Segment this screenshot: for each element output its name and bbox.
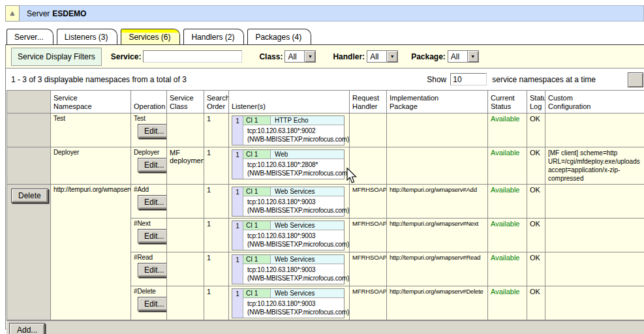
handler-dropdown-arrow-icon: ▼ xyxy=(386,51,397,62)
class-filter-select[interactable]: All ▼ xyxy=(284,50,316,63)
status-log-cell: OK xyxy=(527,252,545,286)
operation-cell: #NextEdit... xyxy=(131,219,167,252)
handler-filter-select[interactable]: All ▼ xyxy=(367,50,398,63)
service-class-cell xyxy=(167,185,204,219)
listener-endpoint: tcp:10.120.63.180*:9003 xyxy=(247,198,342,206)
edit-service-button[interactable]: Edit... xyxy=(138,124,167,138)
listener-box[interactable]: 1CI 1HTTP Echotcp:10.120.63.180*:9002(NW… xyxy=(232,115,345,145)
listener-box[interactable]: 1CI 1Webtcp:10.120.63.180*:2808*(NWB-MBI… xyxy=(232,149,345,179)
listener-address: tcp:10.120.63.180*:9003(NWB-MBISSETXP.mi… xyxy=(243,230,344,250)
operation-name: #Read xyxy=(134,254,164,261)
listener-conversation: CI 1 xyxy=(243,255,271,264)
listener-box[interactable]: 1CI 1Web Servicestcp:10.120.63.180*:9003… xyxy=(232,288,345,318)
listener-host: (NWB-MBISSETXP.microfocus.com) xyxy=(247,240,342,249)
operation-cell: DeployerEdit... xyxy=(131,147,167,185)
current-status-cell: Available xyxy=(488,147,527,185)
listener-name: Web Services xyxy=(271,289,344,297)
show-label: Show xyxy=(427,75,446,84)
show-count-input[interactable] xyxy=(450,73,487,85)
custom-configuration-cell xyxy=(545,185,644,219)
request-handler-cell: MFRHSOAP xyxy=(350,219,387,252)
tab-packages-label: Packages (4) xyxy=(255,33,301,42)
service-filter-label: Service: xyxy=(111,52,142,61)
col-header-service-namespace: Service Namespace xyxy=(51,91,131,114)
col-header-request-handler: Request Handler xyxy=(350,91,387,114)
search-order-cell: 1 xyxy=(204,252,229,286)
service-class-cell: MF deployment xyxy=(167,147,204,185)
server-title-prefix: Server xyxy=(27,9,50,18)
edit-service-button[interactable]: Edit... xyxy=(138,263,167,277)
row-action-cell xyxy=(7,114,51,147)
collapse-button[interactable]: ▲ xyxy=(5,5,20,22)
class-dropdown-arrow-icon: ▼ xyxy=(304,51,315,62)
tab-listeners-label: Listeners (3) xyxy=(65,33,108,42)
listener-box[interactable]: 1CI 1Web Servicestcp:10.120.63.180*:9003… xyxy=(232,187,345,217)
status-log-cell: OK xyxy=(527,286,545,320)
edit-service-button[interactable]: Edit... xyxy=(138,297,167,311)
listener-endpoint: tcp:10.120.63.180*:9003 xyxy=(247,232,342,240)
service-class-cell xyxy=(167,219,204,252)
listener-name: Web Services xyxy=(271,221,344,230)
service-row: Deletehttp://tempuri.org/wmapserv#AddEdi… xyxy=(7,185,644,219)
tab-packages[interactable]: Packages (4) xyxy=(247,29,311,45)
tab-services-label: Services (6) xyxy=(129,33,170,42)
status-log-cell: OK xyxy=(527,114,545,147)
listener-title-row: CI 1Web Services xyxy=(243,255,344,264)
pagination-summary: 1 - 3 of 3 displayable namespaces from a… xyxy=(11,75,427,84)
tab-listeners[interactable]: Listeners (3) xyxy=(57,29,118,45)
pagination-edge-button[interactable] xyxy=(628,72,643,87)
pagination-bar: 1 - 3 of 3 displayable namespaces from a… xyxy=(6,68,644,90)
request-handler-cell: MFRHSOAP xyxy=(350,252,387,286)
edit-service-button[interactable]: Edit... xyxy=(138,229,167,243)
listener-box[interactable]: 1CI 1Web Servicestcp:10.120.63.180*:9003… xyxy=(232,254,345,284)
listener-cell: 1CI 1Web Servicestcp:10.120.63.180*:9003… xyxy=(229,252,350,286)
search-order-cell: 1 xyxy=(204,219,229,252)
tab-handlers-label: Handlers (2) xyxy=(191,33,234,42)
listener-box[interactable]: 1CI 1Web Servicestcp:10.120.63.180*:9003… xyxy=(232,220,345,250)
search-order-cell: 1 xyxy=(204,114,229,147)
tab-services[interactable]: Services (6) xyxy=(121,29,180,45)
tab-server[interactable]: Server... xyxy=(7,29,54,45)
listener-name: Web xyxy=(271,150,344,159)
listener-host: (NWB-MBISSETXP.microfocus.com) xyxy=(247,308,342,316)
custom-configuration-cell: [MF client] scheme=http URL=/cgi/mfdeplo… xyxy=(545,147,644,185)
listener-conversation: CI 1 xyxy=(243,187,271,196)
implementation-package-cell: http://tempuri.org/wmapserv#Next xyxy=(387,219,488,252)
request-handler-cell: MFRHSOAP xyxy=(350,286,387,320)
operation-name: Deployer xyxy=(134,149,164,156)
listener-main: CI 1Web Servicestcp:10.120.63.180*:9003(… xyxy=(243,221,344,250)
request-handler-cell xyxy=(350,114,387,147)
listener-main: CI 1Web Servicestcp:10.120.63.180*:9003(… xyxy=(243,187,344,216)
service-namespace-cell: Deployer xyxy=(51,147,131,185)
edit-service-button[interactable]: Edit... xyxy=(138,158,167,172)
tab-handlers[interactable]: Handlers (2) xyxy=(183,29,244,45)
row-action-cell xyxy=(7,147,51,185)
operation-cell: TestEdit... xyxy=(131,114,167,147)
current-status-cell: Available xyxy=(488,286,527,320)
listener-main: CI 1Web Servicestcp:10.120.63.180*:9003(… xyxy=(243,289,344,318)
listener-conversation: CI 1 xyxy=(243,116,271,125)
operation-cell: #AddEdit... xyxy=(131,185,167,219)
listener-endpoint: tcp:10.120.63.180*:9002 xyxy=(247,127,342,135)
package-filter-select[interactable]: All ▼ xyxy=(448,50,479,63)
class-filter-label: Class: xyxy=(259,52,283,61)
listener-conversation: CI 1 xyxy=(243,221,271,230)
service-filter-input[interactable] xyxy=(143,50,242,63)
listener-title-row: CI 1Web Services xyxy=(243,187,344,196)
service-namespace-cell: Test xyxy=(51,114,131,147)
col-header-operation: Operation xyxy=(131,91,167,114)
custom-configuration-cell xyxy=(545,286,644,320)
delete-service-button[interactable]: Delete xyxy=(11,189,48,203)
current-status-cell: Available xyxy=(488,114,527,147)
col-header-listeners: Listener(s) xyxy=(229,91,350,114)
server-header-bar: ▲ Server ESDEMO xyxy=(5,5,644,22)
implementation-package-cell: http://tempuri.org/wmapserv#Delete xyxy=(387,286,488,320)
col-header-service-class: Service Class xyxy=(167,91,204,114)
listener-endpoint: tcp:10.120.63.180*:9003 xyxy=(247,299,342,308)
package-filter-value: All xyxy=(448,51,467,62)
listener-title-row: CI 1Web Services xyxy=(243,221,344,230)
listener-index: 1 xyxy=(232,255,243,284)
edit-service-button[interactable]: Edit... xyxy=(138,195,167,209)
table-header-row: Service Namespace Operation Service Clas… xyxy=(7,91,644,114)
add-service-button[interactable]: Add... xyxy=(9,323,45,334)
